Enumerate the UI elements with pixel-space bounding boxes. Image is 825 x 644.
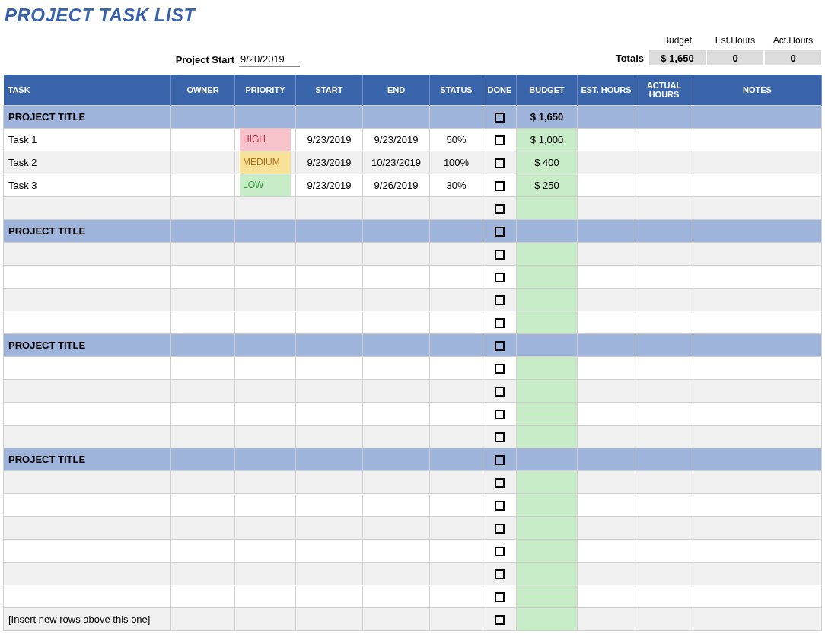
cell-task[interactable] [4,311,171,334]
checkbox-icon[interactable] [495,592,505,602]
checkbox-icon[interactable] [495,501,505,511]
cell-task[interactable]: PROJECT TITLE [4,220,171,243]
cell-budget[interactable]: $ 400 [517,151,578,174]
cell-done[interactable] [483,243,517,266]
cell-empty[interactable] [578,608,635,631]
cell-notes[interactable] [693,426,822,448]
cell-end[interactable] [363,494,430,517]
cell-notes[interactable] [693,403,822,426]
cell-status[interactable] [430,540,483,563]
cell-task[interactable] [4,563,171,585]
cell-start[interactable] [296,563,363,585]
cell-acthours[interactable] [635,357,693,380]
cell-budget[interactable] [517,608,578,631]
cell-acthours[interactable] [635,151,693,174]
cell-esthours[interactable] [578,540,635,563]
checkbox-icon[interactable] [495,524,505,534]
cell-owner[interactable] [171,129,235,151]
checkbox-icon[interactable] [495,181,505,191]
cell-start[interactable]: 9/23/2019 [296,174,363,197]
cell-end[interactable] [363,426,430,448]
cell-done[interactable] [483,563,517,585]
cell-budget[interactable] [517,266,578,289]
cell-task[interactable]: PROJECT TITLE [4,448,171,471]
cell-priority[interactable] [235,448,296,471]
checkbox-icon[interactable] [495,455,505,465]
cell-done[interactable] [483,289,517,311]
cell-notes[interactable] [693,585,822,608]
cell-esthours[interactable] [578,106,635,129]
cell-end[interactable] [363,471,430,494]
cell-end[interactable] [363,197,430,220]
cell-budget[interactable] [517,311,578,334]
cell-budget[interactable] [517,220,578,243]
cell-notes[interactable] [693,563,822,585]
cell-start[interactable] [296,494,363,517]
checkbox-icon[interactable] [495,547,505,556]
project-start-input[interactable] [239,52,300,67]
cell-priority[interactable] [235,471,296,494]
cell-task[interactable]: Task 3 [4,174,171,197]
cell-task[interactable] [4,197,171,220]
cell-owner[interactable] [171,220,235,243]
cell-status[interactable] [430,334,483,357]
cell-done[interactable] [483,517,517,540]
cell-end[interactable] [363,540,430,563]
cell-acthours[interactable] [635,517,693,540]
cell-empty[interactable] [296,608,363,631]
cell-empty[interactable] [635,608,693,631]
cell-budget[interactable] [517,289,578,311]
cell-owner[interactable] [171,563,235,585]
cell-status[interactable]: 50% [430,129,483,151]
cell-notes[interactable] [693,289,822,311]
cell-priority[interactable] [235,563,296,585]
cell-acthours[interactable] [635,174,693,197]
cell-done[interactable] [483,494,517,517]
cell-task[interactable] [4,289,171,311]
cell-task[interactable] [4,357,171,380]
cell-start[interactable] [296,197,363,220]
cell-status[interactable] [430,426,483,448]
cell-status[interactable] [430,563,483,585]
cell-status[interactable] [430,494,483,517]
cell-status[interactable] [430,585,483,608]
cell-owner[interactable] [171,494,235,517]
cell-owner[interactable] [171,517,235,540]
cell-esthours[interactable] [578,243,635,266]
cell-done[interactable] [483,174,517,197]
cell-owner[interactable] [171,289,235,311]
cell-done[interactable] [483,311,517,334]
cell-start[interactable] [296,266,363,289]
cell-acthours[interactable] [635,289,693,311]
checkbox-icon[interactable] [495,135,505,145]
cell-priority[interactable]: MEDIUM [235,151,296,174]
cell-owner[interactable] [171,585,235,608]
cell-end[interactable] [363,357,430,380]
cell-status[interactable] [430,266,483,289]
cell-notes[interactable] [693,220,822,243]
cell-done[interactable] [483,129,517,151]
cell-budget[interactable] [517,426,578,448]
cell-esthours[interactable] [578,129,635,151]
cell-priority[interactable] [235,289,296,311]
cell-end[interactable] [363,289,430,311]
cell-done[interactable] [483,266,517,289]
cell-task[interactable] [4,471,171,494]
cell-notes[interactable] [693,517,822,540]
cell-start[interactable] [296,403,363,426]
cell-start[interactable] [296,540,363,563]
cell-end[interactable] [363,243,430,266]
cell-owner[interactable] [171,334,235,357]
cell-owner[interactable] [171,448,235,471]
cell-done[interactable] [483,220,517,243]
cell-priority[interactable] [235,357,296,380]
cell-esthours[interactable] [578,403,635,426]
cell-priority[interactable] [235,426,296,448]
cell-empty[interactable] [171,608,235,631]
cell-priority[interactable] [235,220,296,243]
cell-budget[interactable] [517,517,578,540]
cell-empty[interactable] [363,608,430,631]
cell-acthours[interactable] [635,540,693,563]
cell-done[interactable] [483,448,517,471]
cell-empty[interactable] [235,608,296,631]
